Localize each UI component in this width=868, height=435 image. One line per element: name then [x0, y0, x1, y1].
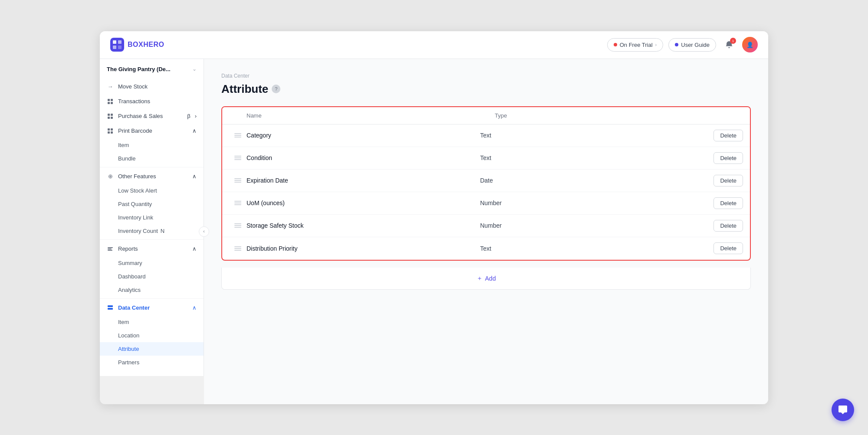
- sidebar-section-label: Purchase & Sales: [118, 113, 183, 119]
- other-features-chevron-icon: ∧: [192, 173, 197, 180]
- delete-button[interactable]: Delete: [713, 130, 743, 141]
- row-name: Distribution Priority: [247, 245, 480, 252]
- help-icon[interactable]: ?: [272, 85, 280, 93]
- free-trial-label: On Free Trial: [620, 42, 653, 48]
- svg-rect-3: [113, 46, 116, 49]
- sidebar-item-move-stock[interactable]: → Move Stock: [100, 79, 204, 94]
- svg-rect-0: [110, 38, 124, 52]
- sidebar-item-label: Transactions: [118, 98, 197, 105]
- sidebar-sub-label: Partners: [118, 359, 139, 366]
- row-type: Text: [480, 132, 713, 139]
- add-row: ＋ Add: [221, 268, 751, 290]
- svg-rect-2: [118, 40, 122, 44]
- sidebar-section-label: Other Features: [118, 173, 188, 180]
- drag-handle[interactable]: [229, 133, 247, 137]
- svg-rect-17: [108, 247, 113, 248]
- other-features-icon: ⊕: [107, 173, 114, 180]
- transactions-icon: [107, 98, 114, 105]
- sidebar-item-purchase-sales[interactable]: Purchase & Sales β ›: [100, 109, 204, 124]
- free-trial-button[interactable]: On Free Trial ›: [607, 38, 664, 52]
- svg-rect-12: [111, 117, 113, 119]
- drag-handle-icon: [234, 246, 241, 251]
- sidebar-sub-item-item-dc[interactable]: Item: [100, 315, 204, 329]
- print-barcode-chevron-icon: ∧: [192, 128, 197, 134]
- sidebar-item-data-center[interactable]: Data Center ∧: [100, 301, 204, 315]
- sidebar-section-label: Data Center: [118, 304, 188, 311]
- sidebar-sub-label: Analytics: [118, 287, 141, 293]
- svg-rect-6: [111, 99, 113, 101]
- sidebar-sub-item-dashboard[interactable]: Dashboard: [100, 270, 204, 283]
- reports-chevron-icon: ∧: [192, 245, 197, 252]
- drag-handle[interactable]: [229, 178, 247, 183]
- sidebar-item-transactions[interactable]: Transactions: [100, 94, 204, 109]
- workspace-name: The Giving Pantry (De...: [107, 66, 171, 72]
- attribute-table: Name Type Category Text Delete: [221, 106, 751, 261]
- sidebar-sub-item-past-qty[interactable]: Past Quantity: [100, 197, 204, 211]
- drag-handle-icon: [234, 133, 241, 137]
- print-barcode-icon: [107, 128, 114, 134]
- sidebar-item-print-barcode[interactable]: Print Barcode ∧: [100, 124, 204, 138]
- sidebar-sub-item-inventory-link[interactable]: Inventory Link: [100, 211, 204, 224]
- sidebar-sub-label: Past Quantity: [118, 201, 152, 207]
- page-title: Attribute: [221, 82, 268, 96]
- user-guide-label: User Guide: [681, 42, 710, 48]
- svg-rect-13: [108, 128, 110, 131]
- table-header: Name Type: [222, 107, 750, 124]
- drag-handle[interactable]: [229, 201, 247, 205]
- sidebar-sub-label: Item: [118, 142, 129, 148]
- svg-rect-16: [111, 131, 113, 134]
- sidebar-sub-item-inventory-count[interactable]: Inventory Count N: [100, 224, 204, 238]
- sidebar-sub-item-location[interactable]: Location: [100, 329, 204, 342]
- sidebar-sub-item-bundle[interactable]: Bundle: [100, 152, 204, 165]
- svg-rect-9: [108, 114, 110, 116]
- sidebar-sub-item-analytics[interactable]: Analytics: [100, 283, 204, 297]
- row-type: Text: [480, 154, 713, 161]
- row-type: Number: [480, 200, 713, 206]
- table-row: Storage Safety Stock Number Delete: [222, 215, 750, 237]
- sidebar-sub-item-summary[interactable]: Summary: [100, 256, 204, 270]
- sidebar-sub-label: Low Stock Alert: [118, 187, 157, 194]
- delete-button[interactable]: Delete: [713, 220, 743, 232]
- sidebar-item-other-features[interactable]: ⊕ Other Features ∧: [100, 169, 204, 184]
- notification-button[interactable]: 1: [721, 37, 737, 52]
- svg-rect-4: [118, 46, 122, 49]
- add-attribute-button[interactable]: ＋ Add: [477, 275, 496, 282]
- svg-rect-8: [111, 102, 113, 104]
- inventory-count-badge: N: [161, 228, 164, 234]
- table-row: Category Text Delete: [222, 124, 750, 147]
- col-drag: [229, 112, 247, 119]
- logo: BOXHERO: [110, 38, 164, 52]
- svg-rect-18: [108, 249, 112, 249]
- row-name: Storage Safety Stock: [247, 222, 480, 229]
- drag-handle[interactable]: [229, 246, 247, 251]
- header-actions: On Free Trial › User Guide 1 👤: [607, 37, 758, 52]
- purchase-sales-icon: [107, 113, 114, 120]
- beta-badge: β: [187, 113, 190, 119]
- drag-handle-icon: [234, 178, 241, 183]
- svg-rect-19: [108, 250, 112, 251]
- svg-rect-20: [108, 305, 113, 307]
- sidebar-sub-label: Location: [118, 332, 139, 339]
- delete-button[interactable]: Delete: [713, 152, 743, 164]
- delete-button[interactable]: Delete: [713, 197, 743, 209]
- col-name-header: Name: [247, 112, 495, 119]
- user-guide-button[interactable]: User Guide: [668, 38, 716, 52]
- sidebar-sub-item-low-stock[interactable]: Low Stock Alert: [100, 184, 204, 197]
- delete-button[interactable]: Delete: [713, 242, 743, 254]
- delete-button[interactable]: Delete: [713, 175, 743, 186]
- sidebar-collapse-button[interactable]: ‹: [199, 226, 209, 237]
- sidebar: The Giving Pantry (De... ⌄ → Move Stock …: [100, 59, 204, 376]
- svg-rect-7: [108, 102, 110, 104]
- sidebar-sub-item-attribute[interactable]: Attribute: [100, 342, 204, 356]
- table-row: Expiration Date Date Delete: [222, 170, 750, 192]
- user-avatar[interactable]: 👤: [742, 37, 758, 52]
- chat-button[interactable]: [832, 399, 854, 421]
- sidebar-item-reports[interactable]: Reports ∧: [100, 242, 204, 256]
- sidebar-sub-item-partners[interactable]: Partners: [100, 356, 204, 369]
- sidebar-sub-item-item[interactable]: Item: [100, 138, 204, 152]
- table-row: UoM (ounces) Number Delete: [222, 192, 750, 215]
- drag-handle[interactable]: [229, 223, 247, 228]
- row-type: Date: [480, 177, 713, 184]
- drag-handle[interactable]: [229, 156, 247, 160]
- workspace-chevron-icon[interactable]: ⌄: [192, 66, 197, 72]
